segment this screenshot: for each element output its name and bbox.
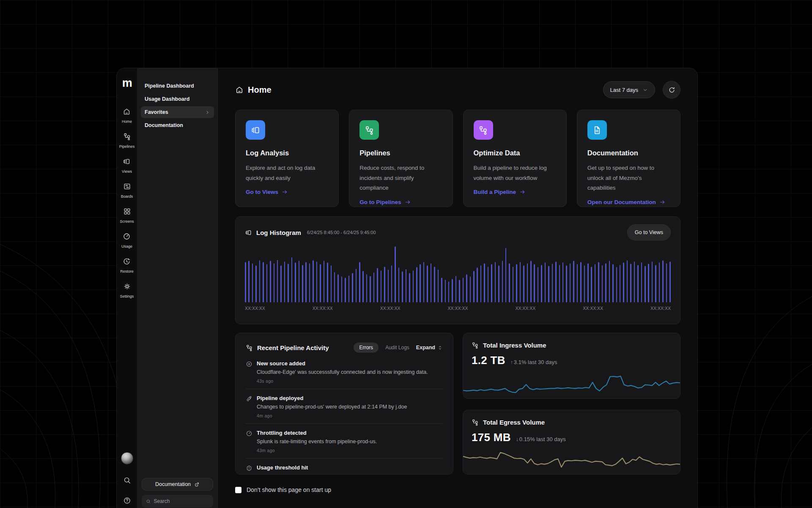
card-title: Optimize Data xyxy=(474,149,556,157)
activity-item-usage-threshold[interactable]: Usage threshold hit xyxy=(246,458,443,475)
boards-icon xyxy=(123,182,131,192)
rail-item-pipelines[interactable]: Pipelines xyxy=(119,133,135,149)
sidebar-item-usage-dashboard[interactable]: Usage Dashboard xyxy=(141,93,214,105)
egress-delta: ↓0.15% last 30 days xyxy=(516,436,566,442)
pipelines-icon xyxy=(246,344,253,351)
gauge-icon xyxy=(246,430,257,453)
build-a-pipeline-link[interactable]: Build a Pipeline xyxy=(474,189,556,195)
ingress-sparkline-chart xyxy=(463,371,680,396)
main-content: Home Last 7 days Log Analysis Explore an… xyxy=(218,68,697,508)
sidebar-item-favorites[interactable]: Favorites xyxy=(141,106,214,118)
activity-item-throttling[interactable]: Throttling detected Splunk is rate-limit… xyxy=(246,424,443,458)
rocket-icon xyxy=(246,395,257,418)
activity-item-new-source[interactable]: New source added Cloudflare-Edge' was su… xyxy=(246,354,443,389)
x-tick-label: XX:XX:XX xyxy=(515,306,535,311)
dismiss-label: Don’t show this page on start up xyxy=(247,486,331,493)
card-description: Build a pipeline to reduce log volume wi… xyxy=(474,163,556,183)
home-icon xyxy=(123,108,131,117)
log-analysis-icon-tile xyxy=(246,120,265,140)
card-link-label: Open our Documentation xyxy=(587,199,656,205)
sidebar-footer: Documentation xyxy=(142,478,213,508)
egress-sparkline-chart xyxy=(463,447,680,472)
open-documentation-link[interactable]: Open our Documentation xyxy=(587,199,670,205)
documentation-button[interactable]: Documentation xyxy=(142,478,213,491)
rail-item-views[interactable]: Views xyxy=(122,157,132,174)
search-icon xyxy=(123,476,131,484)
card-link-label: Build a Pipeline xyxy=(474,189,516,195)
rail-item-label: Pipelines xyxy=(119,144,135,149)
usage-gauge-icon xyxy=(123,232,131,242)
activity-item-title: New source added xyxy=(257,360,443,367)
rail-item-usage[interactable]: Usage xyxy=(121,232,132,248)
egress-value: 175 MB xyxy=(472,431,511,444)
search-icon xyxy=(146,499,151,504)
histogram-time-range: 6/24/25 8:45:00 - 6/24/25 9:45:00 xyxy=(307,230,376,235)
refresh-icon xyxy=(668,86,675,94)
rail-item-boards[interactable]: Boards xyxy=(121,182,133,199)
ingress-value: 1.2 TB xyxy=(472,354,505,367)
ingress-delta-text: 3.1% last 30 days xyxy=(514,359,557,365)
egress-delta-text: 0.15% last 30 days xyxy=(519,436,566,442)
total-egress-volume-card: Total Egress Volume 175 MB ↓0.15% last 3… xyxy=(463,410,680,475)
dismiss-checkbox[interactable] xyxy=(235,487,241,493)
chevron-down-icon xyxy=(642,87,648,93)
rail-search-button[interactable] xyxy=(123,476,131,486)
log-histogram-panel: Log Histogram 6/24/25 8:45:00 - 6/24/25 … xyxy=(235,216,680,324)
go-to-views-link[interactable]: Go to Views xyxy=(246,189,328,195)
activity-item-time: 4m ago xyxy=(257,413,443,418)
pipelines-icon-tile xyxy=(359,120,379,140)
expand-button[interactable]: Expand xyxy=(416,345,443,351)
user-avatar[interactable] xyxy=(121,452,133,464)
activity-item-pipeline-deployed[interactable]: Pipeline deployed Changes to pipeline-pr… xyxy=(246,389,443,424)
app-window: m Home Pipelines Views Boards Screens Us… xyxy=(116,68,698,508)
rail-item-home[interactable]: Home xyxy=(122,108,132,124)
pipelines-icon xyxy=(478,125,488,135)
startup-dismiss-row: Don’t show this page on start up xyxy=(235,486,680,493)
metric-title: Total Egress Volume xyxy=(483,419,545,426)
time-range-dropdown[interactable]: Last 7 days xyxy=(603,81,656,98)
main-header: Home Last 7 days xyxy=(235,81,680,99)
card-log-analysis: Log Analysis Explore and act on log data… xyxy=(235,110,339,207)
rail-item-settings[interactable]: Settings xyxy=(120,282,134,298)
sidebar-item-label: Favorites xyxy=(145,109,168,115)
activity-item-description: Cloudflare-Edge' was successsfully conne… xyxy=(257,369,443,375)
x-tick-label: XX:XX:XX xyxy=(650,306,671,311)
metrics-column: Total Ingress Volume 1.2 TB ↑3.1% last 3… xyxy=(463,333,680,475)
views-icon xyxy=(123,157,131,167)
sidebar-item-documentation[interactable]: Documentation xyxy=(141,119,214,131)
histogram-x-axis: XX:XX:XX XX:XX:XX XX:XX:XX XX:XX:XX XX:X… xyxy=(245,306,671,311)
activity-title: Recent Pipeline Activity xyxy=(257,344,329,351)
activity-item-title: Usage threshold hit xyxy=(257,464,443,471)
card-description: Get up to speed on how to unlock all of … xyxy=(587,163,670,193)
arrow-right-icon xyxy=(405,199,411,205)
rail-bottom xyxy=(117,452,137,508)
arrow-up-icon: ↑ xyxy=(510,359,513,365)
metric-title: Total Ingress Volume xyxy=(483,342,546,349)
rail-item-screens[interactable]: Screens xyxy=(120,207,134,224)
refresh-button[interactable] xyxy=(663,81,680,99)
page-title: Home xyxy=(248,85,272,95)
sidebar-search-input[interactable] xyxy=(154,498,209,504)
sidebar-item-label: Usage Dashboard xyxy=(145,96,189,102)
rail-item-restore[interactable]: Restore xyxy=(120,257,134,273)
go-to-views-button[interactable]: Go to Views xyxy=(627,224,671,240)
unfold-icon xyxy=(437,345,443,351)
document-icon xyxy=(592,125,602,135)
card-description: Reduce costs, respond to incidents and s… xyxy=(359,163,442,193)
help-icon xyxy=(123,497,131,505)
restore-clock-icon xyxy=(123,257,131,267)
home-icon xyxy=(235,86,244,94)
tab-errors[interactable]: Errors xyxy=(354,342,379,353)
pipelines-icon xyxy=(472,342,479,349)
rail-item-label: Restore xyxy=(120,269,134,273)
documentation-icon-tile xyxy=(587,120,607,140)
tab-audit-logs[interactable]: Audit Logs xyxy=(385,345,409,351)
recent-pipeline-activity-panel: Recent Pipeline Activity Errors Audit Lo… xyxy=(235,333,453,475)
sidebar-item-pipeline-dashboard[interactable]: Pipeline Dashboard xyxy=(141,80,214,92)
x-tick-label: XX:XX:XX xyxy=(313,306,333,311)
arrow-right-icon xyxy=(659,199,666,205)
go-to-pipelines-link[interactable]: Go to Pipelines xyxy=(359,199,442,205)
pipelines-icon xyxy=(472,419,479,426)
card-description: Explore and act on log data quickly and … xyxy=(246,163,328,183)
rail-help-button[interactable] xyxy=(123,497,131,506)
